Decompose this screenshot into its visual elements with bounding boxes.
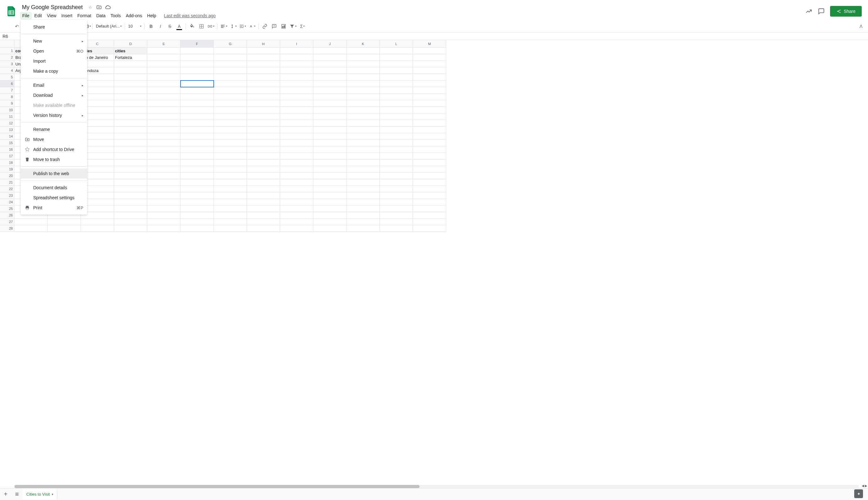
row-header[interactable]: 1: [0, 48, 14, 54]
cell[interactable]: [147, 166, 180, 173]
cell[interactable]: [114, 113, 147, 120]
cell[interactable]: [147, 205, 180, 212]
cell[interactable]: [347, 205, 380, 212]
cell[interactable]: [214, 219, 247, 225]
cell[interactable]: [114, 67, 147, 74]
cell[interactable]: [280, 205, 313, 212]
row-header[interactable]: 14: [0, 133, 14, 140]
cell[interactable]: [147, 140, 180, 146]
cell[interactable]: cities: [114, 48, 147, 54]
cell[interactable]: [380, 61, 413, 67]
cell[interactable]: [347, 192, 380, 199]
cell[interactable]: [14, 219, 48, 225]
share-button[interactable]: Share: [830, 6, 862, 16]
menu-file[interactable]: File: [20, 12, 32, 20]
insert-comment-button[interactable]: [270, 22, 279, 31]
cell[interactable]: [180, 107, 214, 113]
row-header[interactable]: 2: [0, 54, 14, 61]
cell[interactable]: [114, 133, 147, 140]
cell[interactable]: [380, 153, 413, 159]
cell[interactable]: [280, 100, 313, 107]
cell[interactable]: [280, 54, 313, 61]
file-menu-item[interactable]: Share: [21, 22, 87, 32]
cell[interactable]: [380, 94, 413, 100]
cell[interactable]: [147, 219, 180, 225]
cell[interactable]: [180, 100, 214, 107]
cell[interactable]: [247, 199, 280, 205]
cell[interactable]: [347, 159, 380, 166]
cell[interactable]: [280, 186, 313, 192]
cell[interactable]: [247, 205, 280, 212]
fill-color-button[interactable]: [188, 22, 196, 31]
cell[interactable]: [313, 199, 347, 205]
cell[interactable]: [313, 107, 347, 113]
file-menu-item[interactable]: Document details: [21, 183, 87, 193]
file-menu-item[interactable]: Publish to the web: [21, 169, 87, 179]
file-menu-item[interactable]: Import: [21, 56, 87, 66]
spreadsheet-grid[interactable]: ABCDEFGHIJKLM1countrycitiescitiescities2…: [0, 40, 868, 232]
cell[interactable]: [247, 87, 280, 94]
cell[interactable]: [247, 113, 280, 120]
cell[interactable]: [280, 219, 313, 225]
cell[interactable]: [147, 54, 180, 61]
cell[interactable]: [180, 80, 214, 87]
cell[interactable]: [114, 74, 147, 80]
cell[interactable]: [81, 225, 114, 232]
cell[interactable]: [380, 146, 413, 153]
name-box[interactable]: R6: [0, 34, 19, 39]
cell[interactable]: [14, 225, 48, 232]
col-header[interactable]: E: [147, 40, 180, 48]
cell[interactable]: [114, 140, 147, 146]
cell[interactable]: [147, 48, 180, 54]
row-header[interactable]: 20: [0, 173, 14, 179]
cell[interactable]: [380, 120, 413, 127]
cell[interactable]: [147, 61, 180, 67]
cell[interactable]: [347, 173, 380, 179]
cell[interactable]: [280, 133, 313, 140]
cell[interactable]: [313, 146, 347, 153]
collapse-toolbar-icon[interactable]: ᐱ: [857, 22, 866, 31]
cell[interactable]: [214, 61, 247, 67]
cell[interactable]: [413, 192, 446, 199]
cell[interactable]: [114, 186, 147, 192]
col-header[interactable]: L: [380, 40, 413, 48]
col-header[interactable]: I: [280, 40, 313, 48]
cell[interactable]: [114, 225, 147, 232]
cell[interactable]: [347, 87, 380, 94]
row-header[interactable]: 18: [0, 159, 14, 166]
col-header[interactable]: J: [313, 40, 347, 48]
cell[interactable]: [380, 179, 413, 186]
cell[interactable]: [347, 61, 380, 67]
cell[interactable]: [347, 74, 380, 80]
cell[interactable]: [247, 133, 280, 140]
cell[interactable]: [247, 127, 280, 133]
cell[interactable]: [380, 205, 413, 212]
cell[interactable]: [413, 67, 446, 74]
cell[interactable]: [147, 225, 180, 232]
row-header[interactable]: 10: [0, 107, 14, 113]
menu-format[interactable]: Format: [75, 12, 93, 20]
cell[interactable]: [180, 212, 214, 219]
cell[interactable]: [313, 153, 347, 159]
cell[interactable]: [413, 48, 446, 54]
cell[interactable]: [214, 87, 247, 94]
row-header[interactable]: 27: [0, 219, 14, 225]
cell[interactable]: [147, 80, 180, 87]
cell[interactable]: [180, 166, 214, 173]
cell[interactable]: [413, 80, 446, 87]
comments-icon[interactable]: [818, 8, 825, 15]
cell[interactable]: [380, 113, 413, 120]
cell[interactable]: [180, 179, 214, 186]
file-menu-item[interactable]: Rename: [21, 124, 87, 134]
cell[interactable]: [347, 127, 380, 133]
cell[interactable]: [313, 179, 347, 186]
cell[interactable]: [214, 80, 247, 87]
cell[interactable]: [114, 153, 147, 159]
cell[interactable]: [347, 107, 380, 113]
cell[interactable]: [147, 146, 180, 153]
cell[interactable]: [247, 212, 280, 219]
file-menu-item[interactable]: Print⌘P: [21, 203, 87, 213]
cell[interactable]: [380, 199, 413, 205]
cell[interactable]: [313, 120, 347, 127]
row-header[interactable]: 5: [0, 74, 14, 80]
